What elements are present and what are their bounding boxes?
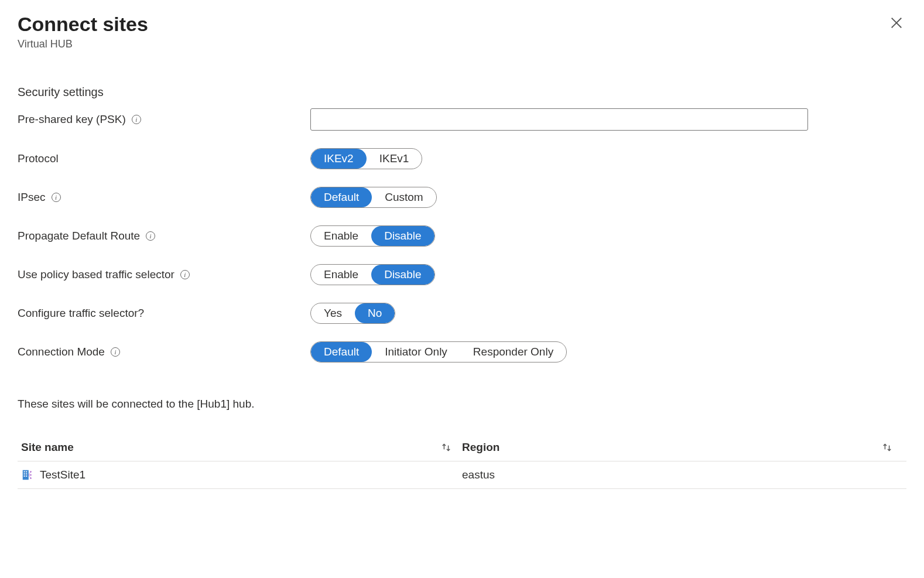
- psk-input[interactable]: [310, 108, 808, 131]
- connmode-option-initiator[interactable]: Initiator Only: [372, 342, 460, 362]
- ipsec-option-default[interactable]: Default: [311, 187, 372, 207]
- svg-rect-4: [26, 471, 27, 473]
- sites-table: Site name Region: [18, 434, 906, 489]
- svg-rect-7: [24, 476, 25, 477]
- info-icon[interactable]: i: [132, 115, 141, 124]
- svg-rect-8: [26, 476, 27, 477]
- configure-selector-toggle: Yes No: [310, 303, 395, 324]
- protocol-option-ikev2[interactable]: IKEv2: [311, 149, 367, 169]
- ipsec-toggle: Default Custom: [310, 187, 437, 208]
- protocol-option-ikev1[interactable]: IKEv1: [367, 149, 422, 169]
- table-row[interactable]: TestSite1 eastus: [18, 461, 906, 489]
- label-protocol: Protocol: [18, 152, 59, 165]
- propagate-option-enable[interactable]: Enable: [311, 226, 371, 246]
- cell-site-name: TestSite1: [40, 468, 85, 481]
- label-configure-selector: Configure traffic selector?: [18, 307, 144, 320]
- policy-option-enable[interactable]: Enable: [311, 265, 371, 285]
- section-heading-security: Security settings: [18, 85, 906, 99]
- ipsec-option-custom[interactable]: Custom: [372, 187, 436, 207]
- sites-hint-text: These sites will be connected to the [Hu…: [18, 398, 906, 411]
- svg-rect-6: [26, 473, 27, 474]
- configure-option-no[interactable]: No: [355, 303, 395, 323]
- propagate-option-disable[interactable]: Disable: [371, 226, 434, 246]
- info-icon[interactable]: i: [146, 231, 155, 241]
- svg-rect-3: [24, 471, 25, 473]
- sort-icon[interactable]: [441, 442, 462, 453]
- policy-selector-toggle: Enable Disable: [310, 264, 435, 285]
- svg-rect-5: [24, 473, 25, 474]
- label-ipsec: IPsec: [18, 191, 46, 204]
- sort-icon[interactable]: [882, 442, 903, 453]
- column-header-site-name[interactable]: Site name: [21, 441, 74, 454]
- info-icon[interactable]: i: [180, 270, 190, 279]
- propagate-toggle: Enable Disable: [310, 225, 435, 247]
- label-policy-selector: Use policy based traffic selector: [18, 268, 174, 281]
- column-header-region[interactable]: Region: [462, 441, 499, 454]
- close-icon: [890, 20, 903, 32]
- label-connection-mode: Connection Mode: [18, 346, 105, 358]
- configure-option-yes[interactable]: Yes: [311, 303, 355, 323]
- site-icon: [21, 468, 34, 481]
- page-title: Connect sites: [18, 13, 148, 36]
- close-button[interactable]: [887, 13, 906, 36]
- label-psk: Pre-shared key (PSK): [18, 113, 126, 126]
- connmode-option-default[interactable]: Default: [311, 342, 372, 362]
- cell-region: eastus: [462, 468, 495, 481]
- info-icon[interactable]: i: [52, 193, 61, 202]
- page-subtitle: Virtual HUB: [18, 38, 148, 50]
- connection-mode-toggle: Default Initiator Only Responder Only: [310, 341, 567, 362]
- info-icon[interactable]: i: [111, 347, 120, 357]
- label-propagate: Propagate Default Route: [18, 230, 140, 242]
- protocol-toggle: IKEv2 IKEv1: [310, 148, 422, 169]
- connmode-option-responder[interactable]: Responder Only: [460, 342, 566, 362]
- policy-option-disable[interactable]: Disable: [371, 265, 434, 285]
- svg-rect-2: [23, 470, 29, 480]
